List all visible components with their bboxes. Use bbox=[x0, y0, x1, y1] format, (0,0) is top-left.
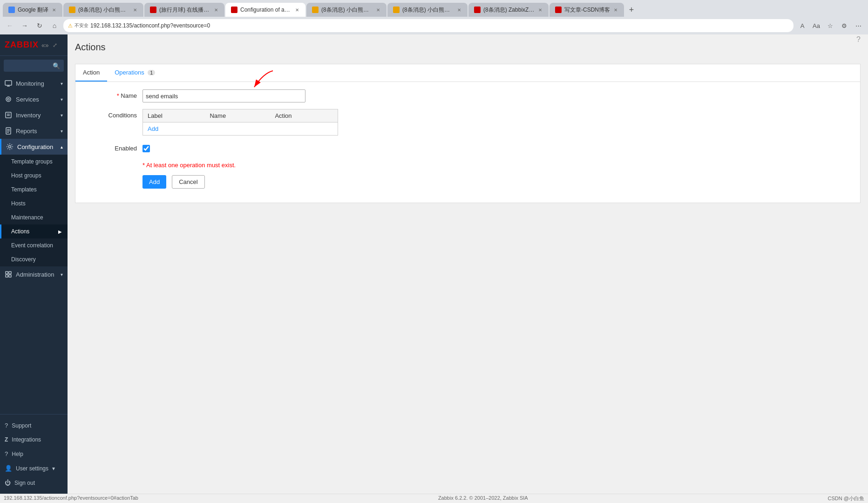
enabled-label: Enabled bbox=[87, 142, 142, 152]
enabled-checkbox[interactable] bbox=[142, 145, 150, 152]
forward-button[interactable]: → bbox=[19, 20, 31, 32]
submenu-hosts[interactable]: Hosts bbox=[0, 197, 68, 211]
reports-chevron: ▾ bbox=[61, 129, 63, 134]
inventory-icon bbox=[5, 111, 12, 119]
tab-favicon bbox=[8, 7, 15, 13]
tab-xiaobaixiong-1[interactable]: (8条消息) 小白熊的博客... ✕ bbox=[63, 3, 143, 17]
reading-mode-btn[interactable]: Aa bbox=[810, 20, 822, 32]
tab-close[interactable]: ✕ bbox=[537, 7, 543, 13]
svg-rect-5 bbox=[6, 112, 11, 118]
security-warning-icon: ⚠ bbox=[68, 23, 73, 29]
content-box: Action Operations 1 bbox=[75, 64, 861, 203]
tab-close[interactable]: ✕ bbox=[213, 7, 219, 13]
submenu-discovery[interactable]: Discovery bbox=[0, 252, 68, 266]
support-label: Support bbox=[12, 422, 31, 429]
help-item[interactable]: ? Help bbox=[0, 447, 68, 461]
sidebar-expand-icon[interactable]: ⤢ bbox=[53, 42, 57, 48]
sidebar-item-configuration-label: Configuration bbox=[17, 143, 53, 150]
conditions-header-row: Label Name Action bbox=[143, 109, 338, 122]
sidebar-item-inventory-label: Inventory bbox=[16, 112, 41, 119]
tab-close[interactable]: ✕ bbox=[294, 7, 300, 13]
sign-out-item[interactable]: ⏻ Sign out bbox=[0, 476, 68, 490]
address-bar-input[interactable]: ⚠ 不安全 192.168.132.135/actionconf.php?eve… bbox=[63, 19, 793, 32]
tab-bar: Google 翻译 ✕ (8条消息) 小白熊的博客... ✕ (旅行月球) 在线… bbox=[0, 0, 868, 17]
reports-icon bbox=[5, 127, 12, 135]
sidebar-item-services[interactable]: Services ▾ bbox=[0, 91, 68, 107]
extensions-btn[interactable]: ⚙ bbox=[838, 20, 850, 32]
submenu-maintenance[interactable]: Maintenance bbox=[0, 211, 68, 224]
svg-point-3 bbox=[6, 97, 11, 102]
user-settings-label: User settings bbox=[16, 465, 48, 472]
more-btn[interactable]: ⋯ bbox=[852, 20, 864, 32]
tab-action[interactable]: Action bbox=[75, 64, 107, 82]
sidebar-item-configuration[interactable]: Configuration ▴ bbox=[0, 139, 68, 155]
tab-favicon bbox=[150, 7, 156, 13]
help-question-mark[interactable]: ? bbox=[856, 35, 861, 44]
tab-travel[interactable]: (旅行月球) 在线播放... ✕ bbox=[144, 3, 224, 17]
submenu-host-groups[interactable]: Host groups bbox=[0, 169, 68, 183]
sidebar-nav: Monitoring ▾ Services ▾ Inventory ▾ bbox=[0, 75, 68, 414]
tab-close[interactable]: ✕ bbox=[456, 7, 462, 13]
conditions-col-label: Label bbox=[143, 109, 205, 122]
tab-favicon bbox=[231, 7, 237, 13]
tab-close[interactable]: ✕ bbox=[375, 7, 381, 13]
tab-zabbix-agent[interactable]: (8条消息) ZabbixZagen... ✕ bbox=[468, 3, 549, 17]
translate-btn[interactable]: A bbox=[796, 20, 808, 32]
conditions-add-link[interactable]: Add bbox=[148, 125, 158, 132]
sidebar-logo: ZABBIX «» ⤢ bbox=[0, 34, 68, 56]
refresh-button[interactable]: ↻ bbox=[34, 20, 46, 32]
integrations-label: Integrations bbox=[12, 436, 41, 443]
sidebar-collapse-button[interactable]: «» bbox=[41, 41, 49, 49]
tab-label: (8条消息) ZabbixZagen... bbox=[483, 6, 535, 14]
name-form-row: Name bbox=[87, 89, 849, 102]
submenu-actions[interactable]: Actions ▶ bbox=[0, 224, 68, 238]
submenu-maintenance-label: Maintenance bbox=[11, 214, 43, 221]
tab-close[interactable]: ✕ bbox=[51, 7, 57, 13]
sidebar-item-monitoring[interactable]: Monitoring ▾ bbox=[0, 75, 68, 91]
tab-label: (8条消息) 小白熊的博客... bbox=[402, 6, 454, 14]
user-settings-item[interactable]: 👤 User settings ▾ bbox=[0, 461, 68, 476]
support-item[interactable]: ? Support bbox=[0, 418, 68, 433]
tab-csdn[interactable]: 写文章-CSDN博客 ✕ bbox=[549, 3, 624, 17]
submenu-host-groups-label: Host groups bbox=[11, 172, 41, 179]
tab-close[interactable]: ✕ bbox=[613, 7, 618, 13]
sidebar-item-inventory[interactable]: Inventory ▾ bbox=[0, 107, 68, 123]
submenu-event-correlation[interactable]: Event correlation bbox=[0, 238, 68, 252]
address-text: 192.168.132.135/actionconf.php?eventsour… bbox=[90, 22, 210, 29]
search-icon: 🔍 bbox=[53, 62, 60, 69]
svg-point-4 bbox=[7, 98, 9, 100]
back-button[interactable]: ← bbox=[4, 20, 16, 32]
conditions-add-cell: Add bbox=[143, 122, 338, 136]
tab-xiaobaixiong-2[interactable]: (8条消息) 小白熊的博客... ✕ bbox=[306, 3, 387, 17]
cancel-button[interactable]: Cancel bbox=[172, 175, 204, 189]
tab-xiaobaixiong-3[interactable]: (8条消息) 小白熊的博客... ✕ bbox=[387, 3, 468, 17]
tab-favicon bbox=[474, 7, 481, 13]
page-title: Actions bbox=[75, 42, 106, 53]
integrations-item[interactable]: Z Integrations bbox=[0, 433, 68, 447]
submenu-event-correlation-label: Event correlation bbox=[11, 242, 53, 249]
submenu-template-groups-label: Template groups bbox=[11, 158, 53, 165]
add-button[interactable]: Add bbox=[142, 175, 166, 189]
tab-label: Google 翻译 bbox=[18, 6, 48, 14]
conditions-col-action: Action bbox=[270, 109, 338, 122]
svg-rect-14 bbox=[9, 272, 11, 274]
tab-operations[interactable]: Operations 1 bbox=[107, 64, 163, 82]
tab-favicon bbox=[555, 7, 562, 13]
submenu-templates[interactable]: Templates bbox=[0, 183, 68, 197]
sidebar-item-reports[interactable]: Reports ▾ bbox=[0, 123, 68, 139]
bookmark-btn[interactable]: ☆ bbox=[824, 20, 836, 32]
services-chevron: ▾ bbox=[61, 97, 63, 102]
tab-config-actions[interactable]: Configuration of actions ✕ bbox=[225, 3, 305, 17]
conditions-label: Conditions bbox=[87, 109, 142, 119]
status-bar-center: Zabbix 6.2.2. © 2001–2022, Zabbix SIA bbox=[438, 495, 528, 502]
new-tab-button[interactable]: + bbox=[625, 3, 638, 16]
monitor-icon bbox=[5, 80, 12, 87]
submenu-template-groups[interactable]: Template groups bbox=[0, 155, 68, 169]
sidebar-item-administration[interactable]: Administration ▾ bbox=[0, 266, 68, 282]
status-bar-right: CSDN @小白鱼 bbox=[828, 495, 864, 502]
integrations-icon: Z bbox=[5, 436, 8, 443]
main-content: Actions ? Action Operations 1 bbox=[68, 34, 868, 494]
home-button[interactable]: ⌂ bbox=[48, 20, 61, 32]
tab-google-translate[interactable]: Google 翻译 ✕ bbox=[3, 3, 62, 17]
tab-close[interactable]: ✕ bbox=[132, 7, 138, 13]
